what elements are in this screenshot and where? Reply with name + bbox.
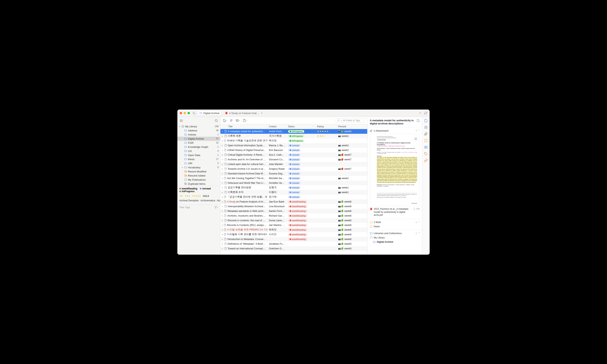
- library-row[interactable]: My Library: [370, 235, 420, 240]
- filter-tags-input[interactable]: Filter Tags: [179, 206, 214, 209]
- abstract-tab-icon[interactable]: [424, 126, 428, 129]
- chevron-down-icon[interactable]: [419, 112, 422, 115]
- tag-weekreading[interactable]: /weekReading: [179, 187, 197, 190]
- search-collections-icon[interactable]: [215, 119, 218, 122]
- sidebar-item-lis[interactable]: LIS3: [177, 149, 220, 153]
- agls-tag[interactable]: AGLS: [203, 195, 209, 197]
- table-row[interactable]: ▸Toward an International Concept…Gretche…: [221, 246, 367, 251]
- libraries-tab-icon[interactable]: [424, 145, 428, 149]
- table-row[interactable]: ▸Archives and AI: An Overview of …Giovan…: [221, 157, 367, 162]
- sidebar-item-knowledge-graph[interactable]: Knowledge Graph1: [177, 145, 220, 149]
- sync-icon[interactable]: [424, 112, 427, 115]
- table-row[interactable]: ▸Metadata standards in Web archi…Danilo …: [221, 209, 367, 213]
- table-row[interactable]: ▸디지털화 기록 관리를 위한 메타데이터 …서지인weekReading📷🍏 …: [221, 232, 367, 237]
- column-title[interactable]: Title: [221, 124, 267, 129]
- attach-button[interactable]: ▾: [236, 119, 240, 122]
- sidebar-item-uri[interactable]: URI3: [177, 161, 220, 165]
- column-creator[interactable]: Creator: [267, 124, 287, 129]
- pdf-preview[interactable]: Archival Science (2023) 23:629–673 https…: [370, 134, 420, 206]
- table-row[interactable]: ▸차세대 기록물 기술표준에 관한 연구박지영inProgress: [221, 138, 367, 143]
- table-row[interactable]: ▸A Study on Feature Analysis of Ar…Jae-E…: [221, 199, 367, 204]
- table-row[interactable]: ▸Archives, museums and libraries:…Richar…: [221, 213, 367, 218]
- table-row[interactable]: ▸A Brief History of Digital Preserva…Eri…: [221, 148, 367, 153]
- tags-tab-icon[interactable]: [424, 152, 428, 156]
- expand-icon[interactable]: ▸: [222, 163, 223, 165]
- sidebar-item-open-data[interactable]: Open Data1: [177, 153, 220, 157]
- table-row[interactable]: ▸A metadata model for authenticit…André …: [221, 129, 367, 134]
- table-row[interactable]: ▸Definitions of "Metadata": A Brief…Jona…: [221, 242, 367, 246]
- expand-icon[interactable]: ▸: [222, 135, 223, 137]
- expand-icon[interactable]: ▸: [222, 206, 223, 207]
- my-library[interactable]: ▾ My Library 168: [177, 124, 220, 129]
- table-row[interactable]: ▸기록분류·조직이젬마unread📷 week1: [221, 190, 367, 195]
- related-tab-icon[interactable]: [424, 159, 428, 162]
- table-row[interactable]: ▸Are We Coming Together? The Ar…Michelle…: [221, 176, 367, 181]
- table-row[interactable]: ▸Open Archival Information Syste…Marcia …: [221, 143, 367, 148]
- table-row[interactable]: ▸Records in contexts: the road of …Dunia…: [221, 218, 367, 223]
- note-item[interactable]: Notes: [370, 224, 420, 229]
- table-row[interactable]: ▸Interoperability Between Archival…Lina …: [221, 204, 367, 209]
- notes-tab-icon[interactable]: [424, 139, 428, 142]
- expand-icon[interactable]: ▸: [222, 177, 223, 179]
- minimize-window-button[interactable]: [184, 112, 186, 114]
- column-remark[interactable]: Remark: [337, 124, 367, 129]
- expand-icon[interactable]: ▸: [222, 201, 223, 203]
- expand-icon[interactable]: ▸: [222, 144, 223, 146]
- collapse-notes-icon[interactable]: ˄: [418, 221, 420, 224]
- expand-icon[interactable]: ▸: [222, 140, 223, 142]
- expand-icon[interactable]: ▸: [222, 229, 223, 231]
- expand-icon[interactable]: ▸: [222, 196, 223, 198]
- expand-icon[interactable]: ▸: [222, 234, 223, 235]
- tag-archival-desription[interactable]: Archival Desription: [179, 199, 199, 202]
- table-row[interactable]: ▸기록학 개론국가기록원inProgress★★★📷 week1: [221, 134, 367, 138]
- expand-icon[interactable]: ▸: [222, 173, 223, 175]
- collection-row[interactable]: Digital Archive: [370, 240, 420, 244]
- tab-pdf[interactable]: A Study on Feature Anal… ×: [223, 111, 264, 116]
- expand-icon[interactable]: ▸: [222, 238, 223, 240]
- table-row[interactable]: ▸디지털 보존을 위한 PREMIS 3.0 기반 …박희진weekReadin…: [221, 228, 367, 232]
- expand-icon[interactable]: ▸: [222, 149, 223, 151]
- sidebar-item-articles[interactable]: Articles1: [177, 133, 220, 137]
- tab-digital-archive[interactable]: Digital Archive: [197, 111, 221, 116]
- sidebar-item-fair[interactable]: FAIR32: [177, 141, 220, 145]
- note-button[interactable]: ▾: [243, 119, 247, 122]
- attachment-file[interactable]: 2023_Pacheco et al._A metadata model for…: [370, 207, 420, 218]
- expand-icon[interactable]: ▸: [222, 187, 223, 189]
- add-note-icon[interactable]: +: [415, 221, 417, 224]
- expand-icon[interactable]: ▸: [222, 154, 223, 156]
- table-row[interactable]: ▸공공기록물 관리법령김형국unread📷 week1: [221, 185, 367, 190]
- add-attachment-icon[interactable]: +: [415, 130, 417, 132]
- info-tab-icon[interactable]: [424, 119, 428, 122]
- expand-icon[interactable]: ▸: [222, 215, 223, 217]
- rating-5[interactable]: ★★★★★: [192, 195, 201, 197]
- table-row[interactable]: ▸Holocaust and World War Two Li…Annelies…: [221, 181, 367, 185]
- column-status[interactable]: Status˄: [287, 124, 316, 129]
- expand-icon[interactable]: ▸: [222, 224, 223, 226]
- filter-icon[interactable]: [214, 206, 217, 209]
- collapse-libcol-icon[interactable]: ˄: [418, 232, 420, 235]
- expand-icon[interactable]: ▸: [222, 158, 223, 160]
- table-row[interactable]: ▸Standard-based Archival Data M…Susana S…: [221, 171, 367, 176]
- attachments-tab-icon[interactable]: [424, 132, 428, 136]
- sidebar-item-my-publications[interactable]: My Publications: [177, 178, 220, 182]
- sidebar-item-thesis[interactable]: thesis17: [177, 157, 220, 161]
- sidebar-item-recent-modified[interactable]: Recent Modified: [177, 169, 220, 174]
- expand-icon[interactable]: ▸: [222, 130, 223, 132]
- expand-icon[interactable]: ▸: [222, 220, 223, 221]
- rating-2[interactable]: ★★: [179, 195, 183, 197]
- table-row[interactable]: ▸Linked open data for cultural heri…Juli…: [221, 162, 367, 167]
- search-box[interactable]: ▾ All Fields & Tags: [336, 118, 365, 123]
- rating-3[interactable]: ★★★: [185, 195, 190, 197]
- table-row[interactable]: ▸Introduction to Metadata: Crossw…weekRe…: [221, 237, 367, 242]
- magic-wand-button[interactable]: [230, 119, 233, 122]
- maximize-window-button[interactable]: [188, 112, 190, 114]
- add-collection-icon[interactable]: +: [415, 232, 417, 235]
- expand-icon[interactable]: ▸: [222, 191, 223, 193]
- table-row[interactable]: ▸Critical Digital Archives: A Revie…Itza…: [221, 153, 367, 157]
- sidebar-item-duplicate-items[interactable]: Duplicate Items: [177, 182, 220, 186]
- sidebar-item-digital-archive[interactable]: Digital Archive47: [177, 137, 220, 141]
- table-row[interactable]: ▸『공공기록물 관리에 관한 법률』개선 방…정기애unread: [221, 195, 367, 199]
- table-row[interactable]: ▸Records in Contexts (RiC): analys…Jair …: [221, 223, 367, 228]
- new-item-button[interactable]: ▾: [223, 119, 227, 122]
- expand-icon[interactable]: ▸: [222, 248, 223, 249]
